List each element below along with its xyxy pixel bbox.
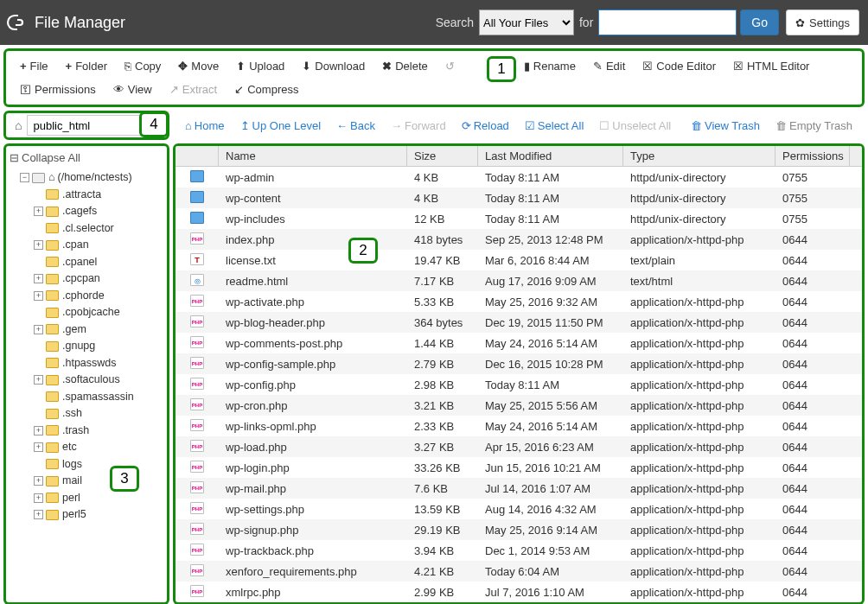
view-button[interactable]: 👁View (105, 78, 161, 101)
file-row[interactable]: wp-cron.php3.21 KBMay 25, 2015 5:56 AMap… (176, 395, 862, 416)
expand-toggle-icon[interactable]: + (34, 426, 43, 436)
extract-button[interactable]: ↗Extract (161, 78, 226, 101)
unselect-all-button[interactable]: ☐Unselect All (592, 116, 678, 136)
expand-toggle-icon[interactable]: + (34, 476, 43, 486)
file-row[interactable]: wp-content4 KBToday 8:11 AMhttpd/unix-di… (176, 188, 862, 208)
tree-node[interactable]: +.cagefs (8, 203, 165, 220)
collapse-toggle-icon[interactable]: − (20, 173, 29, 182)
cell-name: wp-login.php (219, 461, 407, 474)
file-row[interactable]: wp-config-sample.php2.79 KBDec 16, 2015 … (176, 353, 862, 374)
tree-node[interactable]: +.softaculous (8, 372, 165, 389)
expand-toggle-icon[interactable]: + (34, 207, 43, 216)
file-row[interactable]: license.txt19.47 KBMar 6, 2016 8:44 AMte… (176, 250, 862, 270)
cell-size: 7.6 KB (407, 482, 478, 495)
file-row[interactable]: wp-blog-header.php364 bytesDec 19, 2015 … (176, 312, 862, 333)
expand-toggle-icon[interactable]: + (34, 510, 43, 519)
file-button[interactable]: +File (11, 54, 57, 78)
nav-home-button[interactable]: ⌂Home (178, 116, 232, 136)
file-row[interactable]: xenforo_requirements.php4.21 KBToday 6:0… (176, 561, 862, 582)
code-editor-button[interactable]: ☒Code Editor (634, 54, 724, 78)
tree-node[interactable]: .spamassassin (8, 389, 165, 406)
file-row[interactable]: wp-mail.php7.6 KBJul 14, 2016 1:07 AMapp… (176, 478, 862, 499)
tree-node[interactable]: +.cpan (8, 237, 165, 254)
view-trash-button[interactable]: 🗑View Trash (684, 116, 767, 136)
search-scope-select[interactable]: All Your Files (479, 10, 574, 35)
rename-button[interactable]: ▮Rename (515, 54, 584, 78)
file-row[interactable]: wp-settings.php13.59 KBAug 14, 2016 4:32… (176, 499, 862, 519)
tree-node[interactable]: logs (8, 456, 165, 474)
compress-button[interactable]: ↙Compress (226, 78, 307, 101)
home-icon[interactable]: ⌂ (10, 118, 27, 132)
forward-icon: → (391, 119, 402, 132)
expand-toggle-icon[interactable]: + (34, 325, 43, 334)
tree-node[interactable]: .gnupg (8, 338, 165, 355)
tree-node[interactable]: .attracta (8, 187, 165, 204)
tree-node[interactable]: +.cpcpan (8, 270, 165, 288)
file-row[interactable]: readme.html7.17 KBAug 17, 2016 9:09 AMte… (176, 270, 862, 291)
empty-trash-button[interactable]: 🗑Empty Trash (769, 116, 859, 136)
grid-body[interactable]: wp-admin4 KBToday 8:11 AMhttpd/unix-dire… (176, 167, 862, 602)
download-button[interactable]: ⬇Download (293, 54, 373, 78)
file-row[interactable]: wp-links-opml.php2.33 KBMay 24, 2016 5:1… (176, 416, 862, 436)
settings-button[interactable]: ✿Settings (786, 10, 859, 35)
file-row[interactable]: wp-comments-post.php1.44 KBMay 24, 2016 … (176, 333, 862, 353)
undo-button[interactable]: ↺ (437, 54, 463, 78)
collapse-all-button[interactable]: ⊟Collapse All (8, 149, 165, 169)
home-folder-icon (32, 173, 45, 183)
expand-toggle-icon[interactable]: + (34, 240, 43, 250)
copy-button[interactable]: ⎘Copy (116, 54, 169, 78)
expand-toggle-icon[interactable]: + (34, 291, 43, 301)
tree-root-node[interactable]: − ⌂ (/home/nctests) (8, 169, 165, 187)
tree-node[interactable]: .cpobjcache (8, 304, 165, 321)
expand-toggle-icon[interactable]: + (34, 442, 43, 452)
header-modified[interactable]: Last Modified (478, 146, 623, 166)
expand-toggle-icon[interactable]: + (34, 375, 43, 385)
file-row[interactable]: xmlrpc.php2.99 KBJul 7, 2016 1:10 AMappl… (176, 582, 862, 602)
file-row[interactable]: wp-load.php3.27 KBApr 15, 2016 6:23 AMap… (176, 436, 862, 457)
header-permissions[interactable]: Permissions (775, 146, 850, 166)
delete-button[interactable]: ✖Delete (373, 54, 437, 78)
tree-node[interactable]: .htpasswds (8, 355, 165, 372)
header-size[interactable]: Size (407, 146, 478, 166)
header-name[interactable]: Name (219, 146, 407, 166)
upload-button[interactable]: ⬆Upload (227, 54, 293, 78)
move-button[interactable]: ✥Move (169, 54, 227, 78)
file-row[interactable]: wp-config.php2.98 KBToday 8:11 AMapplica… (176, 374, 862, 395)
tree-node[interactable]: .cpanel (8, 254, 165, 271)
expand-toggle-icon[interactable]: + (34, 493, 43, 503)
nav-forward-button[interactable]: →Forward (384, 116, 453, 136)
search-input[interactable] (598, 10, 737, 35)
tree-node[interactable]: +.gem (8, 321, 165, 339)
tree-node[interactable]: .cl.selector (8, 220, 165, 238)
header-icon-col[interactable] (176, 146, 219, 166)
cell-modified: Jul 14, 2016 1:07 AM (478, 482, 623, 495)
file-row[interactable]: index.php418 bytesSep 25, 2013 12:48 PMa… (176, 229, 862, 250)
folder-button[interactable]: +Folder (57, 54, 116, 78)
file-row[interactable]: wp-signup.php29.19 KBMay 25, 2016 9:14 A… (176, 519, 862, 540)
tree-node[interactable]: +.trash (8, 423, 165, 440)
app-title: File Manager (35, 14, 125, 32)
file-row[interactable]: wp-login.php33.26 KBJun 15, 2016 10:21 A… (176, 457, 862, 478)
file-row[interactable]: wp-includes12 KBToday 8:11 AMhttpd/unix-… (176, 208, 862, 229)
edit-button[interactable]: ✎Edit (584, 54, 634, 78)
nav-reload-button[interactable]: ⟳Reload (455, 116, 516, 136)
html-editor-button[interactable]: ☒HTML Editor (724, 54, 818, 78)
cell-type: application/x-httpd-php (623, 233, 775, 246)
tree-node[interactable]: +etc (8, 439, 165, 456)
collapse-icon: ⊟ (10, 151, 19, 164)
permissions-button[interactable]: ⚿Permissions (11, 78, 105, 101)
header-type[interactable]: Type (623, 146, 775, 166)
file-row[interactable]: wp-activate.php5.33 KBMay 25, 2016 9:32 … (176, 291, 862, 312)
tree-node[interactable]: +.cphorde (8, 288, 165, 305)
tree-node[interactable]: +perl5 (8, 506, 165, 524)
select-all-button[interactable]: ☑Select All (518, 116, 590, 136)
nav-back-button[interactable]: ←Back (329, 116, 382, 136)
nav-up-button[interactable]: ↥Up One Level (233, 116, 329, 136)
file-row[interactable]: wp-admin4 KBToday 8:11 AMhttpd/unix-dire… (176, 167, 862, 188)
tree-node[interactable]: .ssh (8, 405, 165, 423)
go-button[interactable]: Go (740, 10, 779, 35)
tree-node[interactable]: +perl (8, 490, 165, 507)
expand-toggle-icon[interactable]: + (34, 274, 43, 283)
file-row[interactable]: wp-trackback.php3.94 KBDec 1, 2014 9:53 … (176, 540, 862, 561)
tree-node[interactable]: +mail (8, 473, 165, 490)
